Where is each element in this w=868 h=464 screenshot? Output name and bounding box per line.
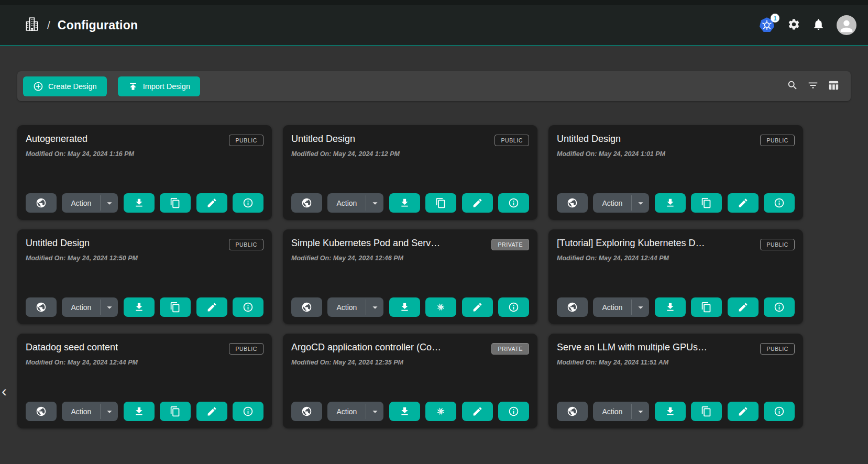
info-button[interactable]	[233, 402, 263, 421]
design-title: Untitled Design	[557, 134, 621, 145]
info-button[interactable]	[498, 402, 529, 421]
download-icon	[665, 197, 676, 208]
clone-button[interactable]	[160, 402, 191, 421]
clone-button[interactable]	[425, 193, 456, 213]
filter-icon[interactable]	[807, 80, 819, 93]
app-header: / Configuration 1	[0, 5, 868, 46]
visibility-globe-button[interactable]	[26, 402, 57, 421]
kubernetes-context-button[interactable]: 1	[758, 16, 776, 34]
action-dropdown-toggle[interactable]	[366, 402, 383, 421]
info-button[interactable]	[233, 193, 263, 213]
visibility-globe-button[interactable]	[557, 193, 588, 213]
modified-date: Modified On: May 24, 2024 1:12 PM	[291, 150, 529, 158]
bell-icon[interactable]	[812, 18, 825, 33]
action-button[interactable]: Action	[327, 193, 366, 213]
visibility-globe-button[interactable]	[291, 193, 322, 213]
clone-button[interactable]	[691, 402, 722, 421]
action-dropdown-toggle[interactable]	[366, 193, 383, 213]
create-design-label: Create Design	[48, 82, 97, 91]
gear-icon[interactable]	[787, 18, 800, 33]
download-button[interactable]	[124, 402, 155, 421]
info-button[interactable]	[498, 193, 529, 213]
clone-button[interactable]	[160, 193, 191, 213]
action-button[interactable]: Action	[327, 402, 366, 421]
pencil-icon	[472, 406, 483, 417]
action-dropdown-toggle[interactable]	[366, 297, 383, 317]
edit-button[interactable]	[196, 297, 227, 317]
visibility-badge: PUBLIC	[760, 135, 795, 146]
visibility-globe-button[interactable]	[557, 402, 588, 421]
action-button[interactable]: Action	[593, 297, 631, 317]
edit-button[interactable]	[196, 193, 227, 213]
visibility-globe-button[interactable]	[26, 193, 57, 213]
breadcrumb-separator: /	[47, 19, 50, 31]
action-button[interactable]: Action	[62, 193, 100, 213]
edit-button[interactable]	[462, 402, 493, 421]
create-design-button[interactable]: Create Design	[23, 76, 107, 96]
page-title: Configuration	[58, 18, 138, 32]
globe-icon	[36, 302, 47, 313]
edit-button[interactable]	[196, 402, 227, 421]
globe-icon	[567, 302, 578, 313]
info-button[interactable]	[233, 297, 263, 317]
action-button[interactable]: Action	[62, 402, 100, 421]
download-button[interactable]	[124, 193, 155, 213]
visibility-globe-button[interactable]	[291, 297, 322, 317]
download-button[interactable]	[124, 297, 155, 317]
download-button[interactable]	[655, 193, 686, 213]
action-button[interactable]: Action	[593, 402, 631, 421]
info-icon	[774, 302, 785, 313]
clone-button[interactable]	[425, 297, 456, 317]
edit-button[interactable]	[462, 297, 493, 317]
action-button[interactable]: Action	[327, 297, 366, 317]
info-button[interactable]	[764, 193, 795, 213]
download-button[interactable]	[389, 402, 420, 421]
action-dropdown-toggle[interactable]	[632, 193, 649, 213]
clone-button[interactable]	[160, 297, 191, 317]
edit-button[interactable]	[462, 193, 493, 213]
import-design-button[interactable]: Import Design	[118, 76, 200, 96]
clone-button[interactable]	[425, 402, 456, 421]
action-dropdown-toggle[interactable]	[101, 193, 118, 213]
edit-button[interactable]	[728, 402, 759, 421]
search-icon[interactable]	[787, 80, 798, 93]
action-split-button: Action	[62, 402, 118, 421]
clone-button[interactable]	[691, 297, 722, 317]
copy-icon	[701, 406, 712, 417]
clone-button[interactable]	[691, 193, 722, 213]
info-button[interactable]	[764, 402, 795, 421]
chevron-down-icon	[369, 302, 381, 313]
action-dropdown-toggle[interactable]	[101, 402, 118, 421]
table-view-icon[interactable]	[828, 80, 839, 93]
edit-button[interactable]	[728, 193, 759, 213]
meshery-spiral-icon	[435, 302, 446, 313]
action-dropdown-toggle[interactable]	[632, 297, 649, 317]
action-split-button: Action	[327, 193, 383, 213]
download-button[interactable]	[655, 297, 686, 317]
visibility-globe-button[interactable]	[26, 297, 57, 317]
edit-button[interactable]	[728, 297, 759, 317]
visibility-globe-button[interactable]	[557, 297, 588, 317]
action-button[interactable]: Action	[62, 297, 100, 317]
download-button[interactable]	[389, 297, 420, 317]
download-icon	[399, 197, 410, 208]
breadcrumb: / Configuration	[24, 16, 138, 34]
action-dropdown-toggle[interactable]	[632, 402, 649, 421]
visibility-globe-button[interactable]	[291, 402, 322, 421]
copy-icon	[170, 197, 181, 208]
pencil-icon	[206, 302, 217, 313]
action-split-button: Action	[62, 193, 118, 213]
action-button[interactable]: Action	[593, 193, 631, 213]
info-button[interactable]	[764, 297, 795, 317]
visibility-badge: PRIVATE	[491, 343, 529, 355]
download-button[interactable]	[655, 402, 686, 421]
avatar[interactable]	[837, 15, 856, 35]
action-dropdown-toggle[interactable]	[101, 297, 118, 317]
pencil-icon	[738, 302, 749, 313]
download-button[interactable]	[389, 193, 420, 213]
drawer-collapse-chevron[interactable]: ‹	[2, 383, 7, 399]
action-split-button: Action	[327, 402, 383, 421]
action-split-button: Action	[62, 297, 118, 317]
copy-icon	[170, 302, 181, 313]
info-button[interactable]	[498, 297, 529, 317]
